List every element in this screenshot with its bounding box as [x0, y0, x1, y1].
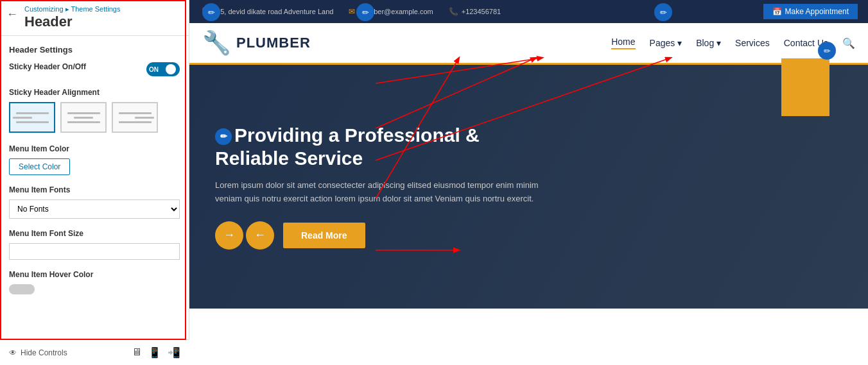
align-line-full [16, 112, 49, 114]
breadcrumb-area: Customizing ▸ Theme Settings Header [24, 5, 120, 30]
font-size-label: Menu Item Font Size [9, 229, 180, 238]
logo-area: 🔧 PLUMBER [202, 30, 311, 56]
back-button[interactable]: ← [6, 8, 18, 21]
align-line-c2 [74, 117, 93, 119]
menu-fonts-label: Menu Item Fonts [9, 185, 180, 194]
hero-section: ✏Providing a Professional & Reliable Ser… [189, 65, 868, 309]
sticky-header-toggle[interactable]: ON [146, 62, 180, 76]
yellow-color-block [781, 58, 829, 116]
hero-description: Lorem ipsum dolor sit amet consectecter … [215, 179, 549, 206]
alignment-label: Sticky Header Alignment [9, 88, 180, 97]
hero-arrow-right-button[interactable]: → [215, 221, 243, 250]
menu-color-label: Menu Item Color [9, 144, 180, 153]
edit-dot-topmid[interactable]: ✏ [356, 3, 374, 21]
font-size-section: Menu Item Font Size [9, 229, 180, 260]
desktop-icon[interactable]: 🖥 [132, 346, 142, 359]
logo-text: PLUMBER [236, 35, 311, 51]
hide-controls-button[interactable]: 👁 Hide Controls [9, 348, 67, 357]
panel-header: ← Customizing ▸ Theme Settings Header [0, 0, 189, 36]
align-line-c1 [67, 112, 100, 114]
hero-edit-icon[interactable]: ✏ [215, 128, 232, 145]
phone-icon: 📞 [449, 7, 458, 16]
font-select-dropdown[interactable]: No Fonts [9, 199, 180, 219]
device-icons: 🖥 📱 📲 [132, 346, 180, 359]
header-settings-title: Header Settings [9, 45, 180, 55]
nav-item-services[interactable]: Services [735, 38, 770, 48]
sticky-header-row: Sticky Header On/Off ON [9, 62, 180, 76]
address-text: 625, devid dikate road Adventure Land [213, 8, 333, 15]
phone-text: +123456781 [462, 8, 501, 15]
align-center-option[interactable] [60, 102, 107, 133]
align-right-option[interactable] [112, 102, 158, 133]
make-appointment-button[interactable]: 📅 Make Appointment [763, 4, 858, 19]
top-info-bar: 📍 625, devid dikate road Adventure Land … [189, 0, 868, 23]
breadcrumb: Customizing ▸ Theme Settings [24, 5, 120, 13]
hero-arrow-left-button[interactable]: ← [246, 221, 274, 250]
panel-title: Header [24, 13, 120, 30]
menu-color-section: Menu Item Color Select Color [9, 144, 180, 175]
toggle-knob [166, 64, 176, 74]
font-size-input[interactable] [9, 243, 180, 260]
eye-icon: 👁 [9, 348, 17, 357]
sticky-header-label: Sticky Header On/Off [9, 62, 86, 71]
menu-fonts-section: Menu Item Fonts No Fonts [9, 185, 180, 219]
search-icon[interactable]: 🔍 [842, 37, 855, 49]
hover-color-toggle[interactable] [9, 284, 35, 294]
align-line-r3 [119, 121, 152, 123]
panel-body: Header Settings Sticky Header On/Off ON … [0, 36, 189, 365]
calendar-icon: 📅 [772, 7, 782, 16]
align-line-full2 [16, 121, 49, 123]
align-line-r1 [119, 112, 152, 114]
toggle-on-label: ON [149, 66, 159, 73]
site-header: 🔧 PLUMBER Home Pages ▾ Blog ▾ Services C… [189, 23, 868, 65]
align-line-r2 [135, 117, 154, 119]
align-line-short [13, 117, 32, 119]
edit-dot-topleft[interactable]: ✏ [202, 3, 220, 21]
nav-item-home[interactable]: Home [611, 37, 635, 49]
hover-color-label: Menu Item Hover Color [9, 270, 180, 279]
phone-item: 📞 +123456781 [449, 7, 501, 16]
site-preview: ✏ ✏ ✏ ✏ 📍 625, devid dikate road Adventu… [189, 0, 868, 365]
email-icon: ✉ [349, 7, 355, 16]
tablet-icon[interactable]: 📱 [148, 346, 161, 359]
top-bar-left: 📍 625, devid dikate road Adventure Land … [200, 7, 501, 16]
hero-title: ✏Providing a Professional & Reliable Ser… [215, 124, 549, 170]
bottom-bar: 👁 Hide Controls 🖥 📱 📲 [0, 339, 189, 365]
align-left-option[interactable] [9, 102, 55, 133]
edit-dot-topright[interactable]: ✏ [654, 3, 672, 21]
edit-dot-header[interactable]: ✏ [818, 42, 836, 60]
hero-buttons: → ← Read More [215, 221, 549, 250]
mobile-icon[interactable]: 📲 [168, 346, 180, 359]
hero-content: ✏Providing a Professional & Reliable Ser… [189, 124, 575, 250]
nav-item-blog[interactable]: Blog ▾ [696, 38, 721, 48]
nav-item-pages[interactable]: Pages ▾ [650, 38, 682, 48]
align-line-c3 [67, 121, 100, 123]
hide-controls-label: Hide Controls [21, 348, 67, 357]
logo-icon: 🔧 [202, 30, 231, 56]
alignment-options [9, 102, 180, 133]
alignment-section: Sticky Header Alignment [9, 88, 180, 133]
make-appointment-label: Make Appointment [785, 7, 849, 16]
hover-color-section: Menu Item Hover Color [9, 270, 180, 297]
select-color-button[interactable]: Select Color [9, 158, 70, 175]
read-more-button[interactable]: Read More [283, 223, 365, 248]
customizer-panel: ← Customizing ▸ Theme Settings Header He… [0, 0, 189, 365]
